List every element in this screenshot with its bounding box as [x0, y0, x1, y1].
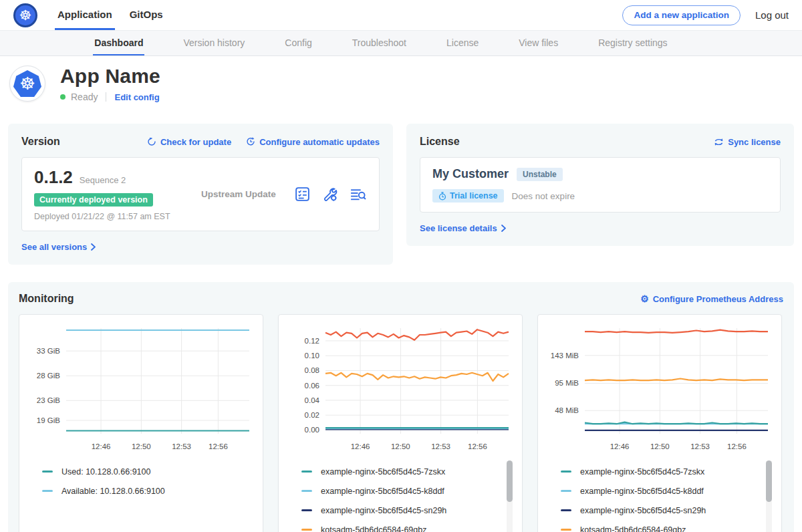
tab-label: Dashboard	[94, 37, 143, 48]
legend-item: example-nginx-5bc6f5d4c5-sn29h	[301, 501, 502, 520]
page-title: App Name	[60, 65, 160, 88]
tab-dashboard[interactable]: Dashboard	[93, 31, 144, 55]
chart-card: 48 MiB95 MiB143 MiB12:4612:5012:5312:56e…	[537, 314, 782, 532]
tab-label: Registry settings	[598, 37, 667, 48]
chart-card: 0.000.020.040.060.080.100.1212:4612:5012…	[278, 314, 523, 532]
line-chart: 19 GiB23 GiB28 GiB33 GiB12:4612:5012:531…	[27, 323, 253, 455]
svg-text:0.08: 0.08	[305, 366, 319, 374]
license-card: License Sync license My Customer Unstabl…	[406, 124, 794, 246]
legend-item: Used: 10.128.0.66:9100	[42, 462, 243, 481]
tab-label: License	[446, 37, 479, 48]
deployed-badge: Currently deployed version	[34, 193, 153, 207]
app-sub-nav: Dashboard Version history Config Trouble…	[0, 31, 802, 56]
svg-text:33 GiB: 33 GiB	[37, 347, 60, 355]
legend-item: example-nginx-5bc6f5d4c5-7zskx	[561, 462, 761, 481]
tab-registry-settings[interactable]: Registry settings	[597, 31, 668, 55]
tab-label: Troubleshoot	[352, 37, 406, 48]
license-expiry: Does not expire	[512, 191, 575, 201]
gear-icon: ⚙	[640, 294, 649, 303]
kubernetes-logo[interactable]: ☸	[13, 0, 37, 30]
charts-row: 19 GiB23 GiB28 GiB33 GiB12:4612:5012:531…	[19, 314, 783, 532]
legend-color-dash	[42, 490, 53, 492]
svg-text:12:53: 12:53	[690, 442, 710, 450]
version-card: Version Check for update Configure autom…	[8, 124, 393, 265]
svg-text:0.04: 0.04	[305, 396, 320, 404]
kubernetes-helm-icon: ☸	[13, 3, 37, 27]
legend-color-dash	[301, 490, 312, 492]
legend-label: example-nginx-5bc6f5d4c5-sn29h	[321, 506, 446, 515]
chevron-right-icon	[501, 225, 506, 232]
svg-text:12:56: 12:56	[209, 442, 228, 450]
svg-text:12:50: 12:50	[132, 442, 151, 450]
legend-color-dash	[301, 529, 312, 531]
edit-config-link[interactable]: Edit config	[114, 92, 159, 102]
link-label: Sync license	[728, 137, 781, 147]
tab-label: View files	[519, 37, 558, 48]
chart-card: 19 GiB23 GiB28 GiB33 GiB12:4612:5012:531…	[19, 314, 263, 532]
legend-label: Available: 10.128.0.66:9100	[61, 487, 165, 496]
svg-text:0.12: 0.12	[305, 337, 319, 345]
svg-text:12:46: 12:46	[92, 442, 111, 450]
tab-view-files[interactable]: View files	[517, 31, 559, 55]
legend-item: example-nginx-5bc6f5d4c5-k8ddf	[301, 481, 502, 501]
configure-prometheus-link[interactable]: ⚙ Configure Prometheus Address	[640, 294, 783, 304]
version-sequence: Sequence 2	[80, 175, 126, 185]
legend-item: kotsadm-5db6dc6584-69qbz	[561, 520, 761, 532]
svg-text:48 MiB: 48 MiB	[555, 406, 579, 414]
see-all-versions-link[interactable]: See all versions	[21, 242, 96, 252]
svg-text:0.06: 0.06	[305, 382, 319, 390]
tab-version-history[interactable]: Version history	[182, 31, 246, 55]
legend-label: example-nginx-5bc6f5d4c5-7zskx	[321, 467, 445, 477]
svg-text:0.00: 0.00	[305, 426, 319, 434]
legend-item: Available: 10.128.0.66:9100	[42, 481, 243, 501]
chevron-right-icon	[91, 243, 96, 251]
svg-text:12:50: 12:50	[650, 442, 670, 450]
line-chart: 48 MiB95 MiB143 MiB12:4612:5012:5312:56	[546, 323, 772, 455]
svg-text:143 MiB: 143 MiB	[551, 352, 579, 360]
legend-item: example-nginx-5bc6f5d4c5-7zskx	[301, 462, 502, 481]
svg-text:0.02: 0.02	[305, 411, 319, 419]
topnav-tab-gitops[interactable]: GitOps	[127, 0, 166, 30]
app-header: ☸ App Name Ready Edit config	[0, 56, 802, 113]
link-label: Check for update	[160, 137, 231, 147]
svg-text:95 MiB: 95 MiB	[555, 379, 579, 387]
top-nav: ☸ Application GitOps Add a new applicati…	[0, 0, 802, 31]
legend-color-dash	[561, 471, 571, 473]
tab-license[interactable]: License	[445, 31, 480, 55]
chart-legend: example-nginx-5bc6f5d4c5-7zskxexample-ng…	[287, 459, 514, 532]
check-for-update-link[interactable]: Check for update	[147, 137, 231, 147]
legend-item: kotsadm-5db6dc6584-69qbz	[301, 520, 502, 532]
svg-text:12:56: 12:56	[468, 442, 487, 450]
channel-badge: Unstable	[517, 168, 563, 181]
legend-scrollbar[interactable]	[766, 460, 772, 532]
legend-item: example-nginx-5bc6f5d4c5-k8ddf	[561, 481, 761, 501]
topnav-tab-application[interactable]: Application	[55, 0, 115, 30]
topnav-tab-label: GitOps	[130, 9, 163, 20]
logout-link[interactable]: Log out	[755, 9, 789, 21]
tab-label: Config	[285, 37, 311, 48]
tab-config[interactable]: Config	[283, 31, 313, 55]
add-application-button[interactable]: Add a new application	[622, 5, 741, 25]
stopwatch-icon	[438, 192, 446, 201]
legend-color-dash	[301, 471, 312, 473]
svg-text:12:53: 12:53	[431, 442, 450, 450]
customer-name: My Customer	[432, 167, 509, 181]
legend-scrollbar[interactable]	[507, 460, 513, 532]
sync-license-link[interactable]: Sync license	[714, 137, 781, 147]
see-license-details-link[interactable]: See license details	[420, 223, 506, 233]
preflight-checks-icon[interactable]	[294, 186, 311, 203]
legend-label: example-nginx-5bc6f5d4c5-7zskx	[580, 467, 704, 477]
license-type-badge: Trial license	[432, 189, 504, 203]
status-badge: Ready	[71, 92, 98, 102]
legend-scrollbar-thumb[interactable]	[507, 460, 513, 502]
chart-legend: example-nginx-5bc6f5d4c5-7zskxexample-ng…	[546, 459, 773, 532]
tab-troubleshoot[interactable]: Troubleshoot	[351, 31, 408, 55]
legend-label: example-nginx-5bc6f5d4c5-sn29h	[580, 506, 706, 515]
svg-text:12:46: 12:46	[610, 442, 630, 450]
legend-label: example-nginx-5bc6f5d4c5-k8ddf	[580, 487, 704, 496]
badge-label: Trial license	[450, 191, 498, 201]
legend-scrollbar-thumb[interactable]	[766, 460, 772, 502]
configure-automatic-updates-link[interactable]: Configure automatic updates	[246, 137, 380, 147]
deploy-logs-icon[interactable]	[349, 186, 367, 203]
config-wrench-icon[interactable]	[321, 186, 338, 203]
